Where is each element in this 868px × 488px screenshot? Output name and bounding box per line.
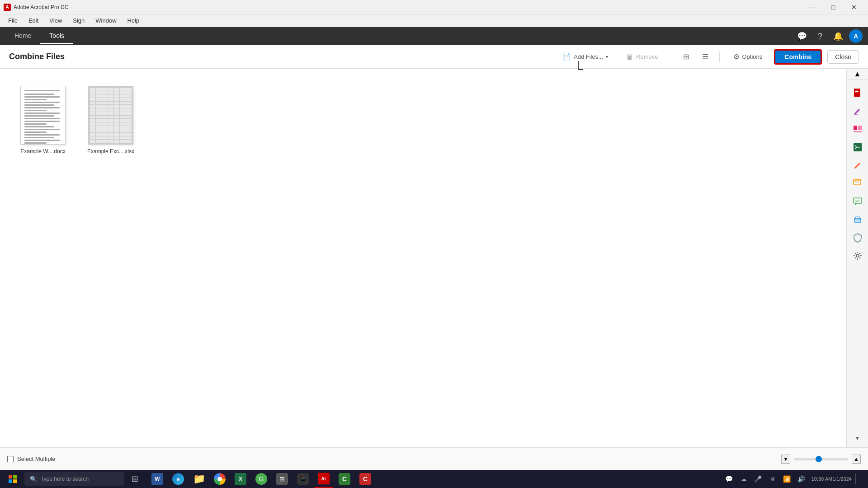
menu-edit[interactable]: Edit	[24, 16, 43, 25]
close-button[interactable]: Close	[827, 50, 859, 64]
export-excel-sidebar-icon[interactable]	[849, 139, 866, 155]
zoom-slider[interactable]	[794, 458, 848, 460]
tab-tools[interactable]: Tools	[40, 28, 73, 44]
taskbar-redapp[interactable]: C	[355, 470, 375, 488]
taskbar-excel[interactable]: X	[231, 470, 250, 488]
volume-icon[interactable]: 🔊	[795, 473, 808, 485]
menu-help[interactable]: Help	[123, 16, 144, 25]
chrome-icon	[214, 473, 226, 485]
options-label: Options	[742, 53, 763, 60]
pdf-sidebar-icon[interactable]	[849, 85, 866, 101]
excel-filename: Example Exc....xlsx	[87, 148, 134, 155]
menu-view[interactable]: View	[45, 16, 66, 25]
maximize-button[interactable]: □	[823, 0, 844, 14]
excel-icon: X	[235, 473, 246, 485]
select-multiple-label: Select Multiple	[17, 455, 56, 462]
add-files-button[interactable]: 📄 Add Files... ▾	[556, 50, 614, 64]
zoom-thumb	[816, 456, 822, 462]
display-icon[interactable]: 🖥	[766, 473, 779, 485]
phone-icon: 📱	[297, 473, 309, 485]
nav-right: 💬 ? 🔔 A	[795, 29, 863, 43]
taskbar-word[interactable]: W	[147, 470, 167, 488]
menu-window[interactable]: Window	[91, 16, 121, 25]
tab-home[interactable]: Home	[5, 28, 40, 44]
svg-point-21	[856, 254, 859, 257]
print-sidebar-icon[interactable]	[849, 211, 866, 228]
greenapp-icon: G	[255, 473, 267, 485]
taskview-button[interactable]: ⊞	[125, 470, 145, 488]
notification-icon[interactable]: 💬	[723, 473, 736, 485]
svg-rect-1	[855, 90, 859, 90]
taskbar-search-text: Type here to search	[41, 476, 89, 482]
taskbar-clock: 10:30 AM 1/1/2024	[810, 473, 854, 485]
zoom-out-button[interactable]: ▼	[781, 455, 790, 464]
bell-icon-button[interactable]: 🔔	[831, 29, 845, 43]
cloud-icon[interactable]: ☁	[737, 473, 750, 485]
taskbar-apps: W e 📁 X G ⊞ 📱 Ar C C	[147, 470, 375, 488]
remove-label: Remove	[636, 53, 658, 60]
svg-rect-7	[854, 131, 862, 132]
acrobat-icon: Ar	[318, 473, 330, 484]
close-window-button[interactable]: ✕	[844, 0, 864, 14]
taskbar-acrobat[interactable]: Ar	[314, 470, 334, 488]
taskbar-phone[interactable]: 📱	[293, 470, 313, 488]
svg-rect-5	[854, 126, 857, 130]
taskbar-chrome[interactable]	[210, 470, 230, 488]
comment-sidebar-icon[interactable]	[849, 193, 866, 210]
svg-rect-19	[855, 220, 860, 222]
svg-rect-3	[855, 93, 858, 93]
taskbar-edge[interactable]: e	[168, 470, 188, 488]
word-thumbnail	[20, 86, 66, 145]
add-files-icon: 📄	[562, 52, 571, 61]
combine-button[interactable]: Combine	[774, 49, 822, 65]
show-desktop-button[interactable]	[855, 473, 863, 485]
svg-rect-6	[858, 126, 862, 130]
scroll-down-arrow[interactable]: ▼	[849, 433, 866, 444]
title-bar-left: A Adobe Acrobat Pro DC	[4, 4, 68, 11]
edit-sidebar-icon[interactable]	[849, 157, 866, 174]
taskbar-greenapp2[interactable]: C	[335, 470, 354, 488]
taskbar-explorer[interactable]: 📁	[189, 470, 209, 488]
svg-rect-16	[855, 201, 859, 202]
organize-sidebar-icon[interactable]	[849, 121, 866, 137]
protect-sidebar-icon[interactable]	[849, 230, 866, 246]
start-button[interactable]	[2, 470, 24, 488]
status-bar: Select Multiple ▼ ▲	[0, 447, 868, 470]
taskbar-calculator[interactable]: ⊞	[272, 470, 292, 488]
app-title: Adobe Acrobat Pro DC	[14, 4, 68, 10]
scroll-up-arrow[interactable]: ▲	[846, 69, 868, 80]
menu-file[interactable]: File	[4, 16, 22, 25]
grid-view-button[interactable]: ⊞	[679, 50, 693, 64]
svg-rect-14	[854, 198, 862, 203]
remove-button[interactable]: 🗑 Remove	[620, 50, 664, 64]
app-icon: A	[4, 4, 11, 11]
calculator-icon: ⊞	[276, 473, 288, 485]
fill-sign-sidebar-icon[interactable]	[849, 103, 866, 119]
svg-rect-23	[13, 475, 17, 479]
enhance-sidebar-icon[interactable]	[849, 175, 866, 192]
word-icon: W	[151, 473, 163, 485]
wifi-icon[interactable]: 📶	[781, 473, 793, 485]
svg-rect-13	[857, 182, 859, 183]
toolbar: Combine Files 📄 Add Files... ▾ 🗑 Remove …	[0, 45, 868, 69]
svg-rect-2	[855, 91, 859, 92]
minimize-button[interactable]: —	[802, 0, 823, 14]
help-icon-button[interactable]: ?	[813, 29, 827, 43]
word-filename: Example W....docx	[20, 148, 65, 155]
file-card-excel[interactable]: Example Exc....xlsx	[81, 82, 140, 158]
redapp-icon: C	[359, 473, 371, 485]
user-avatar[interactable]: A	[849, 29, 863, 43]
microphone-icon[interactable]: 🎤	[752, 473, 764, 485]
zoom-in-button[interactable]: ▲	[852, 455, 861, 464]
select-multiple-checkbox[interactable]	[7, 456, 14, 462]
svg-rect-9	[857, 147, 860, 148]
options-button[interactable]: ⚙ Options	[727, 50, 769, 64]
tools-sidebar-icon[interactable]	[849, 248, 866, 264]
menu-sign[interactable]: Sign	[68, 16, 89, 25]
list-view-button[interactable]: ☰	[698, 50, 712, 64]
title-bar: A Adobe Acrobat Pro DC — □ ✕	[0, 0, 868, 14]
chat-icon-button[interactable]: 💬	[795, 29, 809, 43]
file-card-word[interactable]: Example W....docx	[14, 82, 72, 158]
taskbar-search-bar[interactable]: 🔍 Type here to search	[24, 472, 124, 486]
taskbar-greenapp[interactable]: G	[251, 470, 271, 488]
